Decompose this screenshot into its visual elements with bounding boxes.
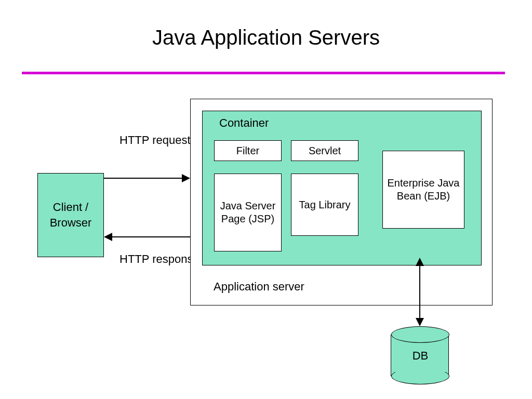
ejb-box: Enterprise Java Bean (EJB) [382, 151, 464, 229]
servlet-box: Servlet [291, 140, 358, 161]
application-server-box: Container Filter Servlet Java Server Pag… [190, 99, 493, 305]
title-divider [22, 72, 505, 74]
http-request-label: HTTP request [119, 132, 191, 148]
container-box: Container Filter Servlet Java Server Pag… [202, 111, 482, 265]
filter-box: Filter [214, 140, 282, 161]
client-browser-label: Client / Browser [41, 200, 100, 230]
tag-library-box: Tag Library [291, 174, 358, 236]
jsp-box: Java Server Page (JSP) [214, 174, 282, 251]
http-response-arrow [112, 236, 190, 237]
application-server-label: Application server [214, 280, 304, 294]
db-cylinder: DB [391, 335, 449, 376]
db-label: DB [391, 349, 449, 363]
db-arrow [419, 259, 420, 325]
container-label: Container [219, 116, 269, 130]
client-browser-box: Client / Browser [37, 173, 104, 257]
http-request-arrow [104, 178, 189, 179]
slide-title: Java Application Servers [0, 26, 532, 49]
